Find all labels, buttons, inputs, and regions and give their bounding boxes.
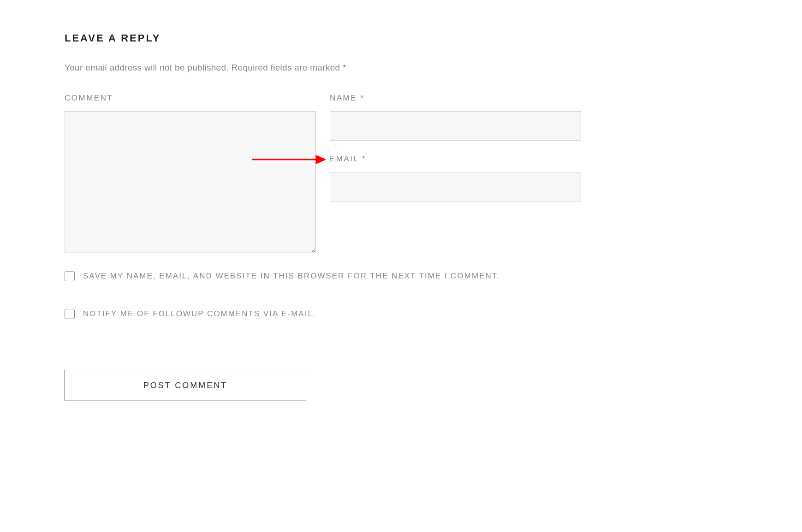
required-mark-icon: * xyxy=(360,94,364,102)
notify-checkbox[interactable] xyxy=(65,309,75,319)
right-column: NAME * EMAIL * xyxy=(330,94,581,255)
form-heading: LEAVE A REPLY xyxy=(65,32,581,44)
comment-label: COMMENT xyxy=(65,94,316,103)
email-input[interactable] xyxy=(330,172,581,201)
comment-textarea[interactable] xyxy=(65,111,316,253)
name-field-group: NAME * xyxy=(330,94,581,141)
required-mark-icon: * xyxy=(362,154,366,163)
required-mark-icon: * xyxy=(343,63,346,72)
comment-field-group: COMMENT xyxy=(65,94,316,255)
form-notice: Your email address will not be published… xyxy=(65,63,581,73)
svg-marker-1 xyxy=(316,156,325,163)
notice-text-2: Required fields are marked xyxy=(232,63,343,72)
email-field-group: EMAIL * xyxy=(330,154,581,201)
fields-wrapper: COMMENT NAME * EMAIL * xyxy=(65,94,581,255)
post-comment-button[interactable]: POST COMMENT xyxy=(65,370,306,401)
save-info-label[interactable]: SAVE MY NAME, EMAIL, AND WEBSITE IN THIS… xyxy=(83,272,500,281)
name-label: NAME * xyxy=(330,94,581,103)
notify-row: NOTIFY ME OF FOLLOWUP COMMENTS VIA E-MAI… xyxy=(65,309,581,319)
save-info-checkbox[interactable] xyxy=(65,271,75,281)
name-input[interactable] xyxy=(330,111,581,141)
email-label: EMAIL * xyxy=(330,154,581,164)
email-label-text: EMAIL xyxy=(330,154,362,163)
save-info-row: SAVE MY NAME, EMAIL, AND WEBSITE IN THIS… xyxy=(65,271,581,281)
comment-form: LEAVE A REPLY Your email address will no… xyxy=(65,32,581,401)
notice-text-1: Your email address will not be published… xyxy=(65,63,229,72)
name-label-text: NAME xyxy=(330,94,360,102)
notify-label[interactable]: NOTIFY ME OF FOLLOWUP COMMENTS VIA E-MAI… xyxy=(83,309,316,319)
